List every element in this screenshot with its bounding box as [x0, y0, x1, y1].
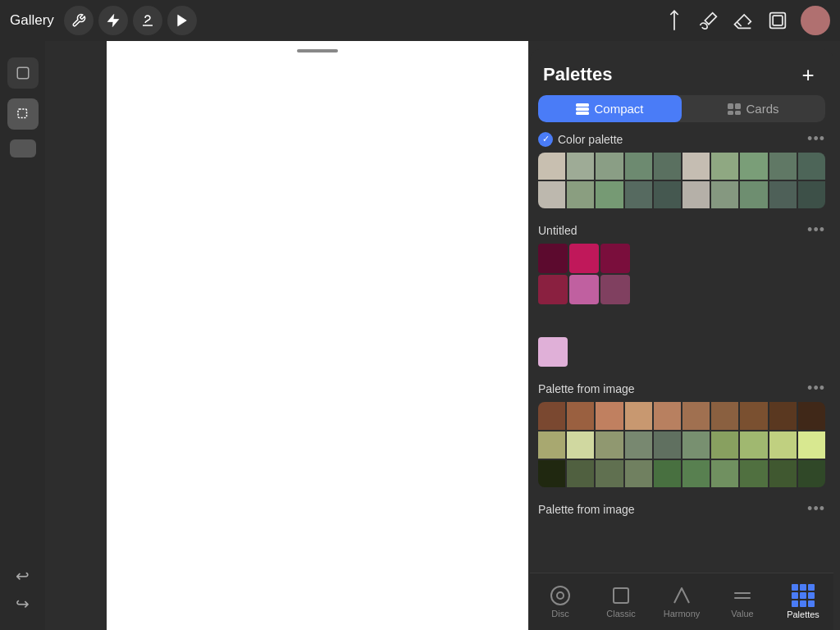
color-grid-2	[538, 402, 825, 487]
color-swatch[interactable]	[740, 431, 767, 459]
palette-item-header-2: Palette from image •••	[538, 380, 825, 397]
palette-name-3: Palette from image	[538, 503, 635, 516]
color-swatch[interactable]	[538, 337, 568, 367]
empty-color-slot	[663, 275, 692, 304]
wrench-icon[interactable]	[64, 6, 94, 35]
color-swatch[interactable]	[798, 153, 825, 180]
palette-more-1[interactable]: •••	[807, 221, 825, 239]
color-swatch[interactable]	[654, 460, 681, 487]
layers-tool-icon[interactable]	[766, 9, 789, 32]
color-swatch[interactable]	[625, 431, 652, 459]
palette-more-0[interactable]: •••	[807, 130, 825, 148]
color-swatch[interactable]	[625, 402, 652, 429]
color-swatch[interactable]	[538, 402, 565, 429]
color-swatch[interactable]	[596, 153, 623, 180]
palette-name-row-2: Palette from image	[538, 382, 635, 395]
palette-item-from-image-2: Palette from image •••	[538, 500, 825, 518]
color-swatch[interactable]	[625, 460, 652, 487]
color-swatch[interactable]	[625, 153, 652, 180]
color-swatch[interactable]	[569, 275, 599, 304]
pen-tool-icon[interactable]	[663, 9, 686, 32]
drawing-canvas[interactable]	[107, 41, 528, 630]
color-swatch[interactable]	[596, 402, 623, 429]
color-swatch[interactable]	[769, 460, 797, 487]
color-swatch[interactable]	[740, 153, 767, 180]
sidebar-modify-tool[interactable]	[7, 57, 39, 89]
color-swatch[interactable]	[740, 181, 767, 208]
nav-disc[interactable]: Disc	[530, 585, 591, 619]
color-swatch[interactable]	[682, 402, 710, 429]
color-swatch[interactable]	[625, 181, 652, 208]
color-swatch[interactable]	[600, 275, 630, 304]
color-swatch[interactable]	[654, 402, 681, 429]
nav-palettes[interactable]: Palettes	[773, 584, 833, 619]
color-swatch[interactable]	[654, 153, 681, 180]
svg-rect-4	[773, 16, 783, 25]
palette-name-0: Color palette	[558, 133, 623, 146]
color-swatch[interactable]	[569, 244, 599, 273]
color-swatch[interactable]	[711, 460, 738, 487]
tab-cards[interactable]: Cards	[682, 95, 825, 122]
lightning-icon[interactable]	[98, 6, 128, 35]
color-swatch[interactable]	[567, 460, 594, 487]
brush-tool-icon[interactable]	[697, 9, 720, 32]
color-swatch[interactable]	[538, 431, 565, 459]
svg-rect-12	[728, 111, 733, 115]
eraser-tool-icon[interactable]	[732, 9, 755, 32]
nav-value[interactable]: Value	[712, 585, 773, 619]
smudge-icon[interactable]	[133, 6, 162, 35]
nav-classic[interactable]: Classic	[591, 585, 651, 619]
color-swatch[interactable]	[567, 402, 594, 429]
color-swatch[interactable]	[682, 181, 710, 208]
color-swatch[interactable]	[567, 153, 594, 180]
color-swatch[interactable]	[769, 153, 797, 180]
add-palette-button[interactable]: +	[796, 62, 820, 87]
arrow-icon[interactable]	[167, 6, 197, 35]
sidebar-selection-tool[interactable]	[7, 98, 39, 130]
top-bar: Gallery	[0, 0, 840, 41]
color-swatch[interactable]	[798, 402, 825, 429]
color-swatch[interactable]	[711, 181, 738, 208]
color-swatch[interactable]	[654, 431, 681, 459]
color-swatch[interactable]	[740, 460, 767, 487]
user-avatar[interactable]	[801, 6, 830, 35]
color-swatch[interactable]	[711, 431, 738, 459]
palette-more-3[interactable]: •••	[807, 500, 825, 518]
color-swatch[interactable]	[538, 275, 568, 304]
palette-check-0[interactable]: ✓	[538, 132, 553, 147]
color-swatch[interactable]	[769, 431, 797, 459]
color-swatch[interactable]	[538, 460, 565, 487]
color-swatch[interactable]	[600, 244, 630, 273]
tab-compact[interactable]: Compact	[538, 95, 682, 122]
color-swatch[interactable]	[538, 153, 565, 180]
palettes-icon-cell	[792, 600, 798, 607]
palette-more-2[interactable]: •••	[807, 380, 825, 397]
color-swatch[interactable]	[769, 402, 797, 429]
color-swatch[interactable]	[596, 460, 623, 487]
nav-harmony[interactable]: Harmony	[651, 585, 712, 619]
redo-button[interactable]: ↪	[16, 594, 30, 614]
color-swatch[interactable]	[769, 181, 797, 208]
color-swatch[interactable]	[654, 181, 681, 208]
color-swatch[interactable]	[567, 431, 594, 459]
color-swatch[interactable]	[711, 153, 738, 180]
color-swatch[interactable]	[798, 460, 825, 487]
color-swatch[interactable]	[682, 460, 710, 487]
value-icon	[732, 585, 753, 606]
color-swatch[interactable]	[538, 244, 568, 273]
sidebar-slider[interactable]	[10, 139, 36, 158]
color-swatch[interactable]	[596, 431, 623, 459]
svg-rect-10	[728, 103, 733, 109]
color-swatch[interactable]	[798, 431, 825, 459]
gallery-button[interactable]: Gallery	[10, 12, 54, 29]
color-swatch[interactable]	[682, 153, 710, 180]
undo-button[interactable]: ↩	[16, 566, 30, 586]
color-swatch[interactable]	[538, 181, 565, 208]
color-swatch[interactable]	[567, 181, 594, 208]
color-swatch[interactable]	[596, 181, 623, 208]
color-swatch[interactable]	[711, 402, 738, 429]
color-swatch[interactable]	[740, 402, 767, 429]
color-swatch[interactable]	[798, 181, 825, 208]
palettes-icon-cell	[800, 584, 806, 591]
color-swatch[interactable]	[682, 431, 710, 459]
